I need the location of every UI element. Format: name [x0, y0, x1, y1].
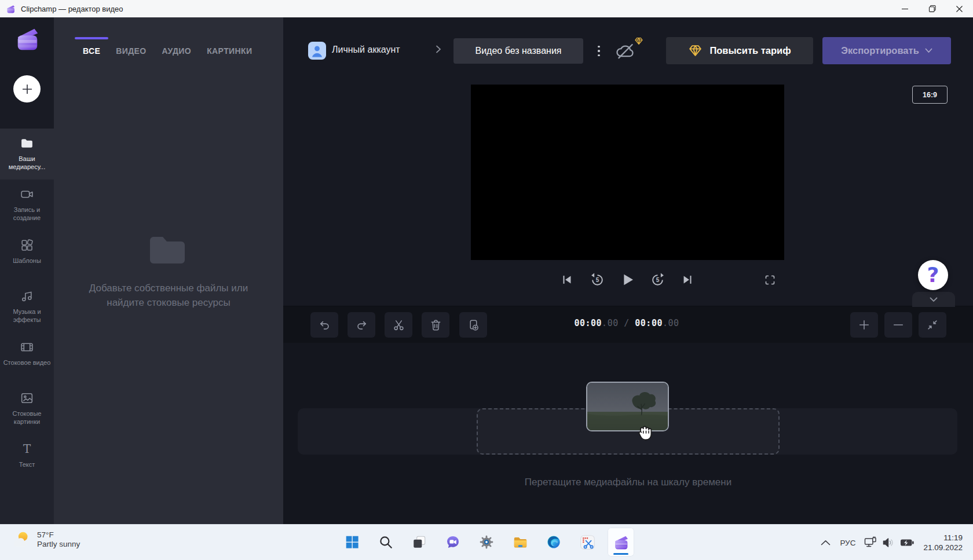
more-options-button[interactable] [595, 43, 603, 59]
windows-start-icon [345, 535, 360, 550]
clipchamp-icon [613, 534, 630, 551]
time-separator: / [619, 318, 635, 328]
zoom-in-button[interactable] [850, 312, 878, 338]
folder-icon [20, 136, 34, 151]
restore-button[interactable] [919, 0, 946, 17]
export-button[interactable]: Экспортировать [822, 37, 951, 64]
zoom-fit-button[interactable] [919, 312, 946, 338]
undo-button[interactable] [310, 312, 338, 338]
fullscreen-button[interactable] [758, 268, 782, 292]
media-empty-state: Добавьте собственные файлы или найдите с… [82, 235, 255, 310]
clipchamp-app-icon [6, 4, 16, 14]
video-preview[interactable] [471, 85, 784, 260]
sidebar-item-text[interactable]: Т Текст [0, 434, 54, 485]
edge-icon [546, 535, 561, 550]
grab-hand-cursor [634, 420, 655, 442]
svg-text:Т: Т [23, 442, 31, 456]
add-media-button[interactable] [13, 75, 41, 103]
skip-to-start-button[interactable] [555, 268, 579, 292]
duplicate-plus-icon [467, 319, 480, 332]
redo-button[interactable] [348, 312, 375, 338]
dragged-media-thumbnail[interactable] [586, 382, 669, 431]
cloud-sync-status[interactable] [614, 41, 645, 63]
breadcrumb-chevron-icon [435, 45, 442, 53]
tab-all[interactable]: ВСЕ [83, 46, 100, 56]
tab-video[interactable]: ВИДЕО [116, 46, 146, 56]
sidebar-item-music-effects[interactable]: Музыка и эффекты [0, 281, 54, 332]
empty-folder-icon [148, 235, 189, 266]
video-camera-icon [20, 187, 34, 202]
tray-overflow-button[interactable] [821, 540, 831, 546]
film-strip-icon [20, 340, 34, 354]
edge-browser-button[interactable] [540, 528, 567, 557]
sidebar-item-templates[interactable]: Шаблоны [0, 230, 54, 281]
zoom-out-icon [892, 319, 905, 331]
total-time: 00:00 [635, 318, 663, 328]
account-label[interactable]: Личный аккаунт [332, 45, 400, 55]
sidebar-item-stock-images[interactable]: Стоковые картинки [0, 383, 54, 434]
taskbar-tray: РУС 11:19 21.09.2022 [821, 525, 973, 560]
clock-widget[interactable]: 11:19 21.09.2022 [923, 533, 963, 552]
language-indicator[interactable]: РУС [840, 539, 855, 547]
tab-audio[interactable]: АУДИО [162, 46, 192, 56]
redo-icon [355, 319, 368, 332]
settings-gear-icon [479, 535, 494, 550]
clock-date: 21.09.2022 [923, 543, 963, 552]
upgrade-label: Повысить тариф [709, 45, 791, 56]
zoom-in-icon [858, 319, 870, 331]
sidebar-item-label: Текст [2, 460, 52, 469]
sidebar-nav: Ваши медиаресу... Запись и создание Шабл… [0, 129, 54, 485]
task-view-button[interactable] [406, 528, 433, 557]
window-titlebar: Clipchamp — редактор видео [0, 0, 973, 17]
zoom-out-button[interactable] [884, 312, 912, 338]
skip-to-end-button[interactable] [675, 268, 700, 292]
play-button[interactable] [615, 268, 639, 292]
split-button[interactable] [385, 312, 412, 338]
delete-button[interactable] [422, 312, 449, 338]
teams-chat-button[interactable] [440, 528, 466, 557]
forward-5-icon: 5 [650, 272, 665, 288]
sidebar-item-stock-video[interactable]: Стоковое видео [0, 332, 54, 383]
snipping-tool-button[interactable] [574, 528, 601, 557]
svg-text:5: 5 [595, 277, 599, 283]
media-panel: ВСЕ ВИДЕО АУДИО КАРТИНКИ Добавьте собств… [54, 17, 283, 524]
clipchamp-logo-icon[interactable] [14, 25, 41, 52]
search-button[interactable] [372, 528, 399, 557]
export-label: Экспортировать [841, 45, 919, 56]
volume-icon [881, 536, 895, 550]
editor-main: Личный аккаунт Видео без названия Повыси… [283, 17, 973, 524]
sidebar-top [0, 17, 54, 129]
image-icon [20, 391, 34, 405]
aspect-ratio-badge[interactable]: 16:9 [912, 86, 948, 104]
account-avatar[interactable] [308, 42, 326, 60]
current-time-ms: .00 [602, 318, 619, 328]
tab-images[interactable]: КАРТИНКИ [207, 46, 252, 56]
timeline-toolbar: 00:00.00 / 00:00.00 [283, 306, 973, 343]
music-note-icon [20, 289, 34, 303]
sidebar-item-label: Ваши медиаресу... [2, 155, 52, 171]
upgrade-plan-button[interactable]: Повысить тариф [666, 37, 813, 64]
seek-forward-button[interactable]: 5 [645, 268, 670, 292]
chevron-down-icon [925, 48, 932, 53]
battery-charging-icon [899, 536, 915, 550]
help-icon: ? [923, 263, 943, 287]
project-title[interactable]: Видео без названия [453, 38, 583, 64]
settings-button[interactable] [473, 528, 500, 557]
minimize-button[interactable] [891, 0, 919, 17]
sidebar-item-label: Запись и создание [2, 206, 52, 222]
timeline-area[interactable]: Перетащите медиафайлы на шкалу времени [283, 343, 973, 524]
tray-system-icons[interactable] [864, 536, 915, 550]
close-button[interactable] [946, 0, 973, 17]
clock-time: 11:19 [923, 533, 963, 543]
replay-5-icon: 5 [590, 272, 605, 288]
collapse-help-tab[interactable] [912, 292, 955, 307]
sidebar-item-record-create[interactable]: Запись и создание [0, 180, 54, 230]
duplicate-button[interactable] [459, 312, 487, 338]
sidebar-item-your-media[interactable]: Ваши медиаресу... [0, 129, 54, 180]
seek-back-button[interactable]: 5 [585, 268, 609, 292]
clipchamp-taskbar-button[interactable] [608, 528, 634, 557]
sidebar-item-label: Стоковые картинки [2, 409, 52, 426]
start-button[interactable] [339, 528, 365, 557]
file-explorer-button[interactable] [507, 528, 533, 557]
help-button[interactable]: ? [918, 260, 948, 290]
